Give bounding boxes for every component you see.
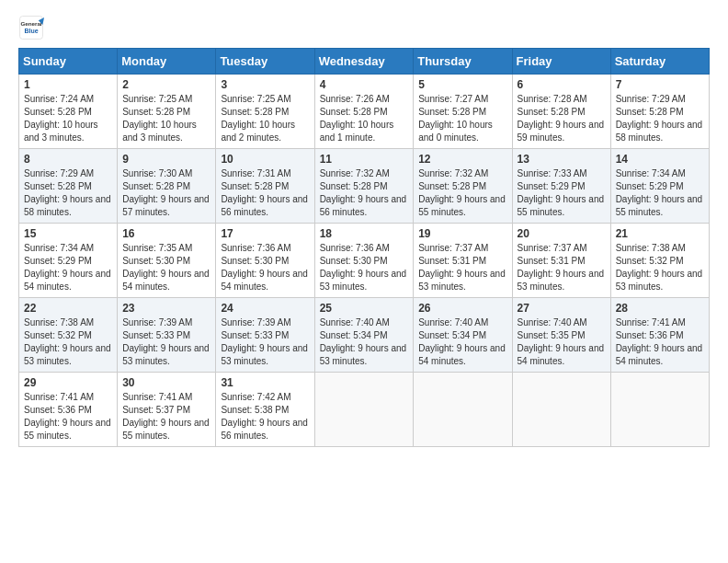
calendar-cell: 31Sunrise: 7:42 AMSunset: 5:38 PMDayligh… — [216, 373, 314, 447]
day-number: 3 — [221, 78, 309, 91]
day-number: 23 — [122, 302, 210, 315]
cell-sun-info: Sunrise: 7:35 AMSunset: 5:30 PMDaylight:… — [122, 242, 210, 293]
day-number: 29 — [24, 376, 112, 389]
cell-sun-info: Sunrise: 7:26 AMSunset: 5:28 PMDaylight:… — [320, 93, 409, 144]
day-number: 14 — [616, 153, 704, 166]
cell-sun-info: Sunrise: 7:38 AMSunset: 5:32 PMDaylight:… — [24, 316, 112, 368]
cell-sun-info: Sunrise: 7:29 AMSunset: 5:28 PMDaylight:… — [616, 93, 704, 144]
cell-sun-info: Sunrise: 7:36 AMSunset: 5:30 PMDaylight:… — [320, 242, 409, 293]
calendar-cell: 14Sunrise: 7:34 AMSunset: 5:29 PMDayligh… — [610, 149, 709, 224]
calendar-cell: 1Sunrise: 7:24 AMSunset: 5:28 PMDaylight… — [19, 75, 118, 149]
day-number: 8 — [24, 153, 112, 166]
cell-sun-info: Sunrise: 7:31 AMSunset: 5:28 PMDaylight:… — [221, 167, 309, 219]
day-number: 21 — [616, 227, 704, 240]
calendar-cell: 15Sunrise: 7:34 AMSunset: 5:29 PMDayligh… — [19, 224, 118, 298]
day-number: 26 — [418, 302, 506, 315]
calendar-cell: 3Sunrise: 7:25 AMSunset: 5:28 PMDaylight… — [216, 75, 314, 149]
cell-sun-info: Sunrise: 7:40 AMSunset: 5:35 PMDaylight:… — [518, 316, 606, 368]
svg-text:General: General — [20, 20, 41, 27]
cell-sun-info: Sunrise: 7:32 AMSunset: 5:28 PMDaylight:… — [418, 167, 506, 219]
calendar-cell — [512, 373, 610, 447]
day-number: 22 — [24, 302, 112, 315]
calendar-cell: 5Sunrise: 7:27 AMSunset: 5:28 PMDaylight… — [414, 75, 512, 149]
col-monday: Monday — [118, 49, 216, 75]
calendar-cell: 12Sunrise: 7:32 AMSunset: 5:28 PMDayligh… — [414, 149, 512, 224]
col-wednesday: Wednesday — [314, 49, 414, 75]
day-number: 18 — [320, 227, 409, 240]
day-number: 15 — [24, 227, 112, 240]
cell-sun-info: Sunrise: 7:36 AMSunset: 5:30 PMDaylight:… — [221, 242, 309, 293]
cell-sun-info: Sunrise: 7:41 AMSunset: 5:37 PMDaylight:… — [122, 391, 210, 442]
cell-sun-info: Sunrise: 7:37 AMSunset: 5:31 PMDaylight:… — [418, 242, 506, 293]
cell-sun-info: Sunrise: 7:39 AMSunset: 5:33 PMDaylight:… — [122, 316, 210, 368]
calendar-cell: 13Sunrise: 7:33 AMSunset: 5:29 PMDayligh… — [512, 149, 610, 224]
cell-sun-info: Sunrise: 7:28 AMSunset: 5:28 PMDaylight:… — [518, 93, 606, 144]
calendar-cell — [414, 373, 512, 447]
calendar-cell: 9Sunrise: 7:30 AMSunset: 5:28 PMDaylight… — [118, 149, 216, 224]
calendar-cell: 2Sunrise: 7:25 AMSunset: 5:28 PMDaylight… — [118, 75, 216, 149]
calendar-cell: 6Sunrise: 7:28 AMSunset: 5:28 PMDaylight… — [512, 75, 610, 149]
day-number: 16 — [122, 227, 210, 240]
col-sunday: Sunday — [19, 49, 118, 75]
calendar-week-row: 22Sunrise: 7:38 AMSunset: 5:32 PMDayligh… — [19, 298, 710, 373]
calendar-cell: 22Sunrise: 7:38 AMSunset: 5:32 PMDayligh… — [19, 298, 118, 373]
cell-sun-info: Sunrise: 7:25 AMSunset: 5:28 PMDaylight:… — [221, 93, 309, 144]
day-number: 30 — [122, 376, 210, 389]
day-number: 31 — [221, 376, 309, 389]
col-thursday: Thursday — [414, 49, 512, 75]
calendar-page: General Blue Sunday Monday Tuesday Wedne… — [0, 0, 728, 563]
calendar-cell: 25Sunrise: 7:40 AMSunset: 5:34 PMDayligh… — [314, 298, 414, 373]
calendar-cell — [314, 373, 414, 447]
calendar-cell: 18Sunrise: 7:36 AMSunset: 5:30 PMDayligh… — [314, 224, 414, 298]
calendar-cell: 19Sunrise: 7:37 AMSunset: 5:31 PMDayligh… — [414, 224, 512, 298]
calendar-cell — [610, 373, 709, 447]
cell-sun-info: Sunrise: 7:25 AMSunset: 5:28 PMDaylight:… — [122, 93, 210, 144]
day-number: 7 — [616, 78, 704, 91]
day-number: 13 — [518, 153, 606, 166]
cell-sun-info: Sunrise: 7:24 AMSunset: 5:28 PMDaylight:… — [24, 93, 112, 144]
calendar-week-row: 29Sunrise: 7:41 AMSunset: 5:36 PMDayligh… — [19, 373, 710, 447]
calendar-cell: 26Sunrise: 7:40 AMSunset: 5:34 PMDayligh… — [414, 298, 512, 373]
day-number: 1 — [24, 78, 112, 91]
cell-sun-info: Sunrise: 7:33 AMSunset: 5:29 PMDaylight:… — [518, 167, 606, 219]
cell-sun-info: Sunrise: 7:32 AMSunset: 5:28 PMDaylight:… — [320, 167, 409, 219]
calendar-cell: 27Sunrise: 7:40 AMSunset: 5:35 PMDayligh… — [512, 298, 610, 373]
day-number: 19 — [418, 227, 506, 240]
cell-sun-info: Sunrise: 7:40 AMSunset: 5:34 PMDaylight:… — [418, 316, 506, 368]
col-saturday: Saturday — [610, 49, 709, 75]
calendar-week-row: 8Sunrise: 7:29 AMSunset: 5:28 PMDaylight… — [19, 149, 710, 224]
calendar-cell: 21Sunrise: 7:38 AMSunset: 5:32 PMDayligh… — [610, 224, 709, 298]
day-number: 24 — [221, 302, 309, 315]
day-number: 27 — [518, 302, 606, 315]
calendar-cell: 10Sunrise: 7:31 AMSunset: 5:28 PMDayligh… — [216, 149, 314, 224]
calendar-cell: 30Sunrise: 7:41 AMSunset: 5:37 PMDayligh… — [118, 373, 216, 447]
calendar-week-row: 15Sunrise: 7:34 AMSunset: 5:29 PMDayligh… — [19, 224, 710, 298]
cell-sun-info: Sunrise: 7:34 AMSunset: 5:29 PMDaylight:… — [24, 242, 112, 293]
calendar-table: Sunday Monday Tuesday Wednesday Thursday… — [18, 48, 710, 447]
cell-sun-info: Sunrise: 7:38 AMSunset: 5:32 PMDaylight:… — [616, 242, 704, 293]
calendar-cell: 4Sunrise: 7:26 AMSunset: 5:28 PMDaylight… — [314, 75, 414, 149]
cell-sun-info: Sunrise: 7:37 AMSunset: 5:31 PMDaylight:… — [518, 242, 606, 293]
calendar-cell: 29Sunrise: 7:41 AMSunset: 5:36 PMDayligh… — [19, 373, 118, 447]
col-friday: Friday — [512, 49, 610, 75]
calendar-cell: 23Sunrise: 7:39 AMSunset: 5:33 PMDayligh… — [118, 298, 216, 373]
day-number: 20 — [518, 227, 606, 240]
day-number: 9 — [122, 153, 210, 166]
day-number: 2 — [122, 78, 210, 91]
day-number: 6 — [518, 78, 606, 91]
cell-sun-info: Sunrise: 7:41 AMSunset: 5:36 PMDaylight:… — [616, 316, 704, 368]
day-number: 4 — [320, 78, 409, 91]
calendar-header-row: Sunday Monday Tuesday Wednesday Thursday… — [19, 49, 710, 75]
day-number: 17 — [221, 227, 309, 240]
cell-sun-info: Sunrise: 7:40 AMSunset: 5:34 PMDaylight:… — [320, 316, 409, 368]
day-number: 25 — [320, 302, 409, 315]
cell-sun-info: Sunrise: 7:34 AMSunset: 5:29 PMDaylight:… — [616, 167, 704, 219]
day-number: 10 — [221, 153, 309, 166]
calendar-cell: 24Sunrise: 7:39 AMSunset: 5:33 PMDayligh… — [216, 298, 314, 373]
calendar-cell: 28Sunrise: 7:41 AMSunset: 5:36 PMDayligh… — [610, 298, 709, 373]
cell-sun-info: Sunrise: 7:42 AMSunset: 5:38 PMDaylight:… — [221, 391, 309, 442]
day-number: 12 — [418, 153, 506, 166]
day-number: 28 — [616, 302, 704, 315]
calendar-week-row: 1Sunrise: 7:24 AMSunset: 5:28 PMDaylight… — [19, 75, 710, 149]
calendar-cell: 11Sunrise: 7:32 AMSunset: 5:28 PMDayligh… — [314, 149, 414, 224]
